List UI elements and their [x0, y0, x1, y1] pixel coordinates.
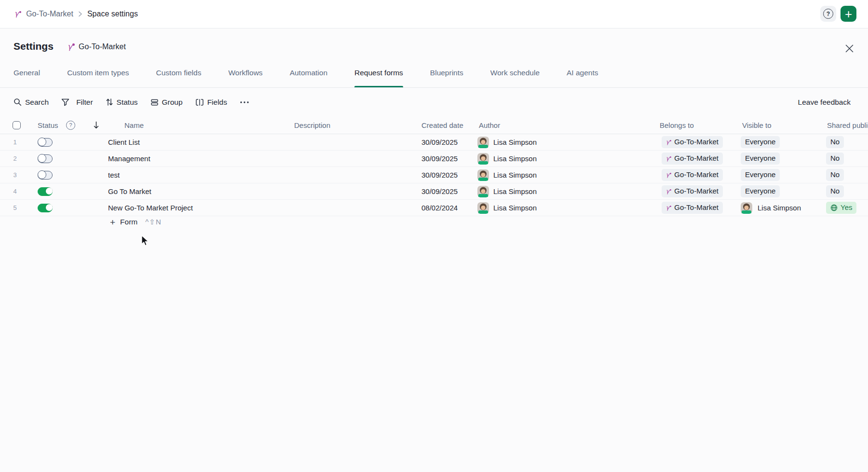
shared-publicly-cell: Yes [826, 200, 856, 216]
toggle-knob [46, 188, 53, 194]
author-avatar [477, 137, 489, 148]
sort-button[interactable]: Status [106, 98, 138, 107]
space-icon: γ [666, 205, 671, 210]
status-help-icon[interactable]: ? [66, 121, 75, 130]
status-toggle[interactable] [38, 171, 53, 180]
column-header-created-date[interactable]: Created date [421, 116, 463, 134]
table-row[interactable]: 1 Client List 30/09/2025 [0, 134, 868, 151]
table-row[interactable]: 4 Go To Market 30/09/2025 [0, 183, 868, 200]
status-toggle[interactable] [38, 138, 53, 147]
toggle-knob [38, 138, 46, 146]
toggle-knob [38, 170, 46, 179]
shared-publicly-cell: No [826, 167, 844, 183]
belongs-to-cell: γ Go-To-Market [662, 183, 723, 199]
belongs-to-cell: γ Go-To-Market [662, 151, 723, 167]
created-date: 08/02/2024 [421, 200, 458, 216]
column-header-name[interactable]: Name [124, 116, 144, 134]
tab-work-schedule[interactable]: Work schedule [490, 58, 540, 87]
author-cell: Lisa Simpson [477, 151, 537, 167]
search-icon [14, 98, 22, 106]
help-button[interactable]: ? [820, 6, 836, 22]
form-name[interactable]: test [108, 167, 120, 183]
tab-automation[interactable]: Automation [290, 58, 327, 87]
status-help-cell: ? [66, 116, 75, 134]
keyboard-shortcut: ^⇧N [145, 218, 161, 226]
space-icon: γ [68, 43, 75, 50]
tab-custom-item-types[interactable]: Custom item types [67, 58, 129, 87]
shared-chip: No [826, 169, 844, 181]
close-icon [845, 44, 854, 53]
author-cell: Lisa Simpson [477, 167, 537, 183]
author-cell: Lisa Simpson [477, 134, 537, 150]
author-cell: Lisa Simpson [477, 183, 537, 199]
shared-chip: No [826, 185, 844, 197]
row-number: 2 [8, 151, 22, 167]
chevron-right-icon [78, 11, 82, 17]
status-toggle-cell [38, 200, 53, 216]
shared-publicly-cell: No [826, 183, 844, 199]
status-toggle[interactable] [38, 154, 53, 163]
status-toggle[interactable] [38, 187, 53, 196]
visible-to-cell: Everyone [741, 134, 780, 150]
author-avatar [477, 186, 489, 197]
filter-icon [61, 98, 69, 106]
table-row[interactable]: 5 New Go-To Market Project 08/02/2024 [0, 200, 868, 216]
plus-icon: + [845, 8, 852, 20]
close-settings-button[interactable] [843, 42, 855, 55]
column-header-belongs-to[interactable]: Belongs to [660, 116, 694, 134]
column-header-shared-publicly[interactable]: Shared publicly [827, 116, 868, 134]
add-form-button[interactable]: + Form ^⇧N [110, 214, 162, 230]
table-toolbar: Search Filter Status Group Fields Leave … [0, 88, 868, 116]
globe-icon [830, 204, 838, 211]
tab-general[interactable]: General [14, 58, 40, 87]
select-all-checkbox[interactable] [13, 121, 21, 129]
select-all-checkbox-cell [13, 116, 21, 134]
filter-button[interactable]: Filter [61, 98, 93, 107]
tab-workflows[interactable]: Workflows [228, 58, 262, 87]
author-name: Lisa Simpson [493, 171, 537, 179]
column-header-visible-to[interactable]: Visible to [742, 116, 772, 134]
visible-to-user: Lisa Simpson [741, 202, 801, 214]
group-button[interactable]: Group [150, 98, 183, 107]
tab-blueprints[interactable]: Blueprints [430, 58, 463, 87]
fields-button[interactable]: Fields [195, 98, 227, 107]
search-button[interactable]: Search [14, 98, 49, 107]
author-cell: Lisa Simpson [477, 200, 537, 216]
tab-ai-agents[interactable]: AI agents [567, 58, 598, 87]
ellipsis-icon [240, 101, 249, 104]
visible-to-cell: Everyone [741, 183, 780, 199]
form-name[interactable]: Go To Market [108, 183, 151, 199]
row-number: 1 [8, 134, 22, 150]
row-number: 4 [8, 183, 22, 199]
form-name[interactable]: New Go-To Market Project [108, 200, 193, 216]
table-row[interactable]: 2 Management 30/09/2025 [0, 151, 868, 167]
shared-chip: No [826, 136, 844, 148]
table-header: Status ? Name Description Created date A… [0, 116, 868, 134]
sort-descending-icon[interactable] [93, 121, 99, 129]
breadcrumb-space-link[interactable]: Go-To-Market [26, 10, 73, 18]
status-toggle-cell [38, 151, 53, 167]
status-toggle[interactable] [38, 204, 53, 212]
column-header-author[interactable]: Author [479, 116, 500, 134]
space-settings-window: γ Go-To-Market Space settings ? + Settin… [0, 0, 868, 472]
column-header-description[interactable]: Description [294, 116, 330, 134]
tab-custom-fields[interactable]: Custom fields [156, 58, 202, 87]
tab-request-forms[interactable]: Request forms [354, 58, 403, 87]
plus-icon: + [110, 218, 115, 227]
author-name: Lisa Simpson [493, 187, 537, 195]
panel-space-name: Go-To-Market [79, 42, 126, 51]
space-chip: γ Go-To-Market [662, 153, 723, 165]
create-new-button[interactable]: + [841, 6, 856, 22]
form-name[interactable]: Management [108, 151, 150, 167]
more-options-button[interactable] [240, 101, 249, 104]
table-row[interactable]: 3 test 30/09/2025 [0, 167, 868, 183]
question-mark-icon: ? [823, 9, 833, 19]
status-toggle-cell [38, 183, 53, 199]
leave-feedback-link[interactable]: Leave feedback [798, 88, 851, 116]
created-date: 30/09/2025 [421, 167, 458, 183]
column-header-status[interactable]: Status [38, 116, 58, 134]
form-name[interactable]: Client List [108, 134, 140, 150]
visible-to-chip: Everyone [741, 169, 780, 181]
row-number: 3 [8, 167, 22, 183]
space-chip: γ Go-To-Market [662, 136, 723, 148]
